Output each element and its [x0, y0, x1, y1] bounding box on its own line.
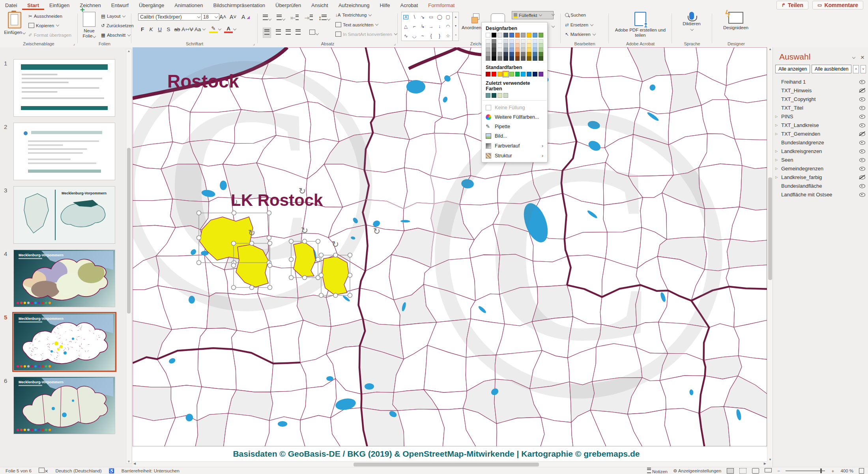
font-name-combo[interactable]: Calibri (Textkörper)	[138, 13, 202, 21]
color-swatch[interactable]	[509, 72, 514, 77]
color-swatch[interactable]	[509, 43, 514, 48]
color-swatch[interactable]	[498, 52, 502, 56]
shape-15[interactable]: {	[430, 34, 432, 38]
slide-thumbnail-1[interactable]	[13, 59, 115, 117]
slideshow-button[interactable]	[765, 468, 772, 472]
color-swatch[interactable]	[486, 48, 490, 52]
color-swatch[interactable]	[521, 39, 526, 43]
zoom-out-button[interactable]: −	[777, 468, 780, 473]
eye-icon[interactable]	[859, 80, 865, 84]
shape-1[interactable]: ∖	[413, 15, 416, 19]
display-settings-button[interactable]: ⚙ Anzeigeeinstellungen	[673, 468, 721, 474]
color-swatch[interactable]	[539, 33, 543, 37]
color-swatch[interactable]	[539, 48, 543, 52]
char-spacing-button[interactable]: A⇿V	[181, 26, 190, 32]
reading-view-button[interactable]	[752, 468, 759, 474]
horizontal-scrollbar[interactable]: ◀▶	[133, 461, 767, 467]
color-swatch[interactable]	[521, 48, 526, 52]
color-swatch[interactable]	[527, 33, 531, 37]
shape-0[interactable]: A	[403, 15, 408, 19]
decrease-indent-button[interactable]: ⇤	[290, 14, 299, 22]
color-swatch[interactable]	[509, 39, 514, 43]
color-swatch[interactable]	[533, 48, 537, 52]
color-swatch[interactable]	[539, 56, 543, 61]
color-swatch[interactable]	[492, 56, 496, 61]
selection-item[interactable]: TXT_Copyright	[773, 95, 868, 103]
shape-13[interactable]: ◡	[412, 34, 416, 38]
eye-icon[interactable]	[859, 140, 865, 145]
color-swatch[interactable]	[533, 39, 537, 43]
change-case-button[interactable]: Aa	[193, 26, 202, 32]
slide-canvas[interactable]: ©©↻↻↻↻↻↻RostockLK RostockBasisdaten © Ge…	[133, 47, 767, 461]
shape-fill-button[interactable]: Fülleffekt	[512, 11, 554, 19]
eye-icon[interactable]	[859, 114, 865, 119]
eye-icon[interactable]	[859, 123, 865, 127]
font-dialog-launcher[interactable]: ⌟	[253, 41, 255, 46]
shape-2[interactable]: ↘	[421, 15, 425, 19]
color-swatch[interactable]	[539, 43, 543, 48]
shape-5[interactable]: ▢	[446, 15, 450, 19]
color-swatch[interactable]	[509, 56, 514, 61]
color-swatch[interactable]	[492, 33, 496, 37]
color-swatch[interactable]	[527, 39, 531, 43]
selection-item[interactable]: TXT_Titel	[773, 103, 868, 112]
color-swatch[interactable]	[515, 56, 520, 61]
color-swatch[interactable]	[515, 43, 520, 48]
color-swatch[interactable]	[486, 93, 490, 98]
hide-all-button[interactable]: Alle ausblenden	[812, 65, 851, 73]
color-swatch[interactable]	[533, 56, 537, 61]
color-swatch[interactable]	[486, 52, 490, 56]
shape-3[interactable]: ▭	[429, 15, 433, 19]
thumbnail-scrollbar[interactable]: ▲▼	[126, 49, 132, 464]
color-swatch[interactable]	[503, 39, 508, 43]
color-swatch[interactable]	[509, 52, 514, 56]
eye-icon[interactable]	[859, 184, 865, 188]
normal-view-button[interactable]	[727, 468, 734, 474]
color-swatch[interactable]	[515, 33, 520, 37]
tab-aufzeichnung[interactable]: Aufzeichnung	[333, 1, 375, 10]
selection-item[interactable]: ▷Landkreisgrenzen	[773, 147, 868, 155]
text-highlight-button[interactable]: ✎	[209, 25, 218, 33]
layout-button[interactable]: ▤Layout	[101, 13, 125, 19]
tab-zeichnen[interactable]: Zeichnen	[75, 1, 106, 10]
zoom-slider[interactable]	[786, 470, 825, 471]
color-swatch[interactable]	[486, 33, 490, 37]
color-swatch[interactable]	[486, 56, 490, 61]
color-swatch[interactable]	[515, 48, 520, 52]
justify-button[interactable]	[296, 29, 301, 36]
eye-icon[interactable]	[859, 97, 865, 101]
shape-17[interactable]: ☆	[446, 34, 450, 38]
selection-item[interactable]: Bundeslandfläche	[773, 181, 868, 190]
show-all-button[interactable]: Alle anzeigen	[775, 65, 810, 73]
color-swatch[interactable]	[539, 39, 543, 43]
numbering-button[interactable]	[277, 15, 285, 22]
eye-icon[interactable]	[859, 166, 865, 171]
tab-animationen[interactable]: Animationen	[169, 1, 208, 10]
strikethrough-button[interactable]: ab	[173, 26, 181, 32]
tab-start[interactable]: Start	[22, 1, 44, 10]
shadow-button[interactable]: S	[164, 26, 173, 32]
columns-button[interactable]	[309, 29, 318, 36]
bullets-button[interactable]	[263, 15, 271, 22]
color-swatch[interactable]	[527, 48, 531, 52]
display-icon[interactable]: ✕	[39, 468, 49, 474]
cut-button[interactable]: ✂Ausschneiden	[28, 13, 62, 19]
selection-item[interactable]: Bundeslandgrenze	[773, 138, 868, 147]
tab-acrobat[interactable]: Acrobat	[395, 1, 423, 10]
color-swatch[interactable]	[509, 48, 514, 52]
slide-thumbnail-3[interactable]: Mecklenburg-Vorpommern	[13, 186, 115, 244]
shape-4[interactable]: ◯	[437, 15, 442, 19]
find-button[interactable]: Suchen	[565, 13, 586, 17]
color-swatch[interactable]	[515, 72, 520, 77]
align-text-button[interactable]: Text ausrichten	[335, 22, 378, 27]
color-swatch[interactable]	[498, 39, 502, 43]
accessibility-status[interactable]: Barrierefreiheit: Untersuchen	[122, 468, 180, 473]
shape-effects-chevron[interactable]	[552, 24, 555, 28]
color-swatch[interactable]	[498, 43, 502, 48]
italic-button[interactable]: K	[147, 26, 155, 32]
color-swatch[interactable]	[498, 56, 502, 61]
shrink-font-button[interactable]: A˅	[230, 14, 237, 20]
underline-button[interactable]: U	[155, 26, 164, 32]
color-swatch[interactable]	[503, 93, 508, 98]
zoom-in-button[interactable]: ＋	[831, 468, 835, 474]
